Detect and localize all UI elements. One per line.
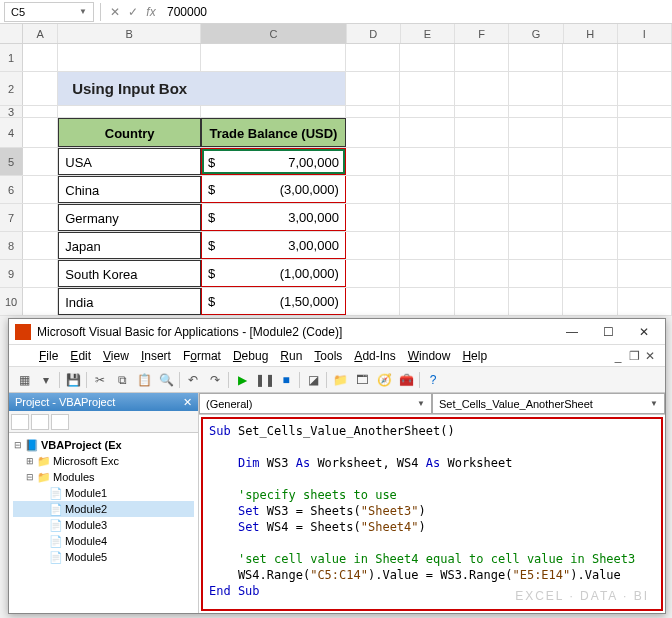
menu-help[interactable]: Help — [458, 349, 491, 363]
procedure-combo[interactable]: Set_Cells_Value_AnotherSheet▼ — [432, 393, 665, 414]
cell[interactable] — [400, 106, 454, 117]
cell[interactable] — [563, 72, 617, 105]
col-header-h[interactable]: H — [564, 24, 618, 43]
cell[interactable] — [58, 106, 201, 117]
cell[interactable] — [618, 118, 672, 147]
cell[interactable] — [509, 260, 563, 287]
cell-balance[interactable]: $(1,00,000) — [201, 260, 346, 287]
cell[interactable] — [509, 106, 563, 117]
col-header-c[interactable]: C — [201, 24, 346, 43]
menu-insert[interactable]: Insert — [137, 349, 175, 363]
cell[interactable] — [455, 44, 509, 71]
object-combo[interactable]: (General)▼ — [199, 393, 432, 414]
reset-icon[interactable]: ■ — [277, 371, 295, 389]
row-header[interactable]: 4 — [0, 118, 23, 147]
cell[interactable] — [618, 44, 672, 71]
name-box[interactable]: C5 ▼ — [4, 2, 94, 22]
title-cell[interactable] — [201, 72, 346, 105]
cell[interactable] — [618, 106, 672, 117]
collapse-icon[interactable]: ⊟ — [13, 437, 23, 453]
menu-run[interactable]: Run — [276, 349, 306, 363]
cell-country[interactable]: South Korea — [58, 260, 201, 287]
cell-balance[interactable]: $3,00,000 — [201, 204, 346, 231]
toggle-folders-icon[interactable] — [51, 414, 69, 430]
cell[interactable] — [455, 118, 509, 147]
fx-icon[interactable]: fx — [143, 5, 159, 19]
cell[interactable] — [618, 176, 672, 203]
cell[interactable] — [400, 72, 454, 105]
cell[interactable] — [346, 118, 400, 147]
tree-modules-folder[interactable]: Modules — [53, 469, 95, 485]
cell-country[interactable]: China — [58, 176, 201, 203]
row-header[interactable]: 1 — [0, 44, 23, 71]
object-browser-icon[interactable]: 🧭 — [375, 371, 393, 389]
menu-debug[interactable]: Debug — [229, 349, 272, 363]
cell-country[interactable]: India — [58, 288, 201, 315]
header-country[interactable]: Country — [58, 118, 201, 147]
cell[interactable] — [346, 44, 400, 71]
cell[interactable] — [563, 260, 617, 287]
cell[interactable] — [509, 204, 563, 231]
cell[interactable] — [400, 148, 454, 175]
menu-addins[interactable]: Add-Ins — [350, 349, 399, 363]
menu-edit[interactable]: Edit — [66, 349, 95, 363]
design-mode-icon[interactable]: ◪ — [304, 371, 322, 389]
cell[interactable] — [509, 148, 563, 175]
cell[interactable] — [563, 148, 617, 175]
row-header[interactable]: 3 — [0, 106, 23, 117]
view-code-icon[interactable] — [11, 414, 29, 430]
row-header[interactable]: 7 — [0, 204, 23, 231]
cell[interactable] — [23, 260, 58, 287]
cell[interactable] — [400, 260, 454, 287]
help-icon[interactable]: ? — [424, 371, 442, 389]
cell-country[interactable]: Germany — [58, 204, 201, 231]
cell[interactable] — [455, 260, 509, 287]
cell[interactable] — [509, 72, 563, 105]
project-explorer-icon[interactable]: 📁 — [331, 371, 349, 389]
close-icon[interactable]: ✕ — [183, 396, 192, 409]
menu-window[interactable]: Window — [404, 349, 455, 363]
cell[interactable] — [346, 288, 400, 315]
view-object-icon[interactable] — [31, 414, 49, 430]
code-text[interactable]: Sub Set_Cells_Value_AnotherSheet() Dim W… — [203, 419, 661, 603]
cell-country[interactable]: Japan — [58, 232, 201, 259]
title-cell[interactable]: Using Input Box — [58, 72, 201, 105]
cell[interactable] — [455, 232, 509, 259]
formula-input[interactable] — [161, 5, 668, 19]
cell[interactable] — [400, 118, 454, 147]
tree-module2[interactable]: Module2 — [65, 501, 107, 517]
row-header[interactable]: 10 — [0, 288, 23, 315]
mdi-restore-icon[interactable]: ❐ — [627, 349, 641, 363]
cell[interactable] — [400, 232, 454, 259]
vbe-titlebar[interactable]: Microsoft Visual Basic for Applications … — [9, 319, 665, 345]
collapse-icon[interactable]: ⊟ — [25, 469, 35, 485]
row-header[interactable]: 6 — [0, 176, 23, 203]
cell[interactable] — [23, 288, 58, 315]
run-icon[interactable]: ▶ — [233, 371, 251, 389]
cell[interactable] — [400, 44, 454, 71]
insert-module-icon[interactable]: ▾ — [37, 371, 55, 389]
view-excel-icon[interactable]: ▦ — [15, 371, 33, 389]
minimize-button[interactable]: — — [557, 325, 587, 339]
cell-balance[interactable]: $(1,50,000) — [201, 288, 346, 315]
cell[interactable] — [618, 72, 672, 105]
save-icon[interactable]: 💾 — [64, 371, 82, 389]
check-icon[interactable]: ✓ — [125, 5, 141, 19]
tree-module1[interactable]: Module1 — [65, 485, 107, 501]
cell-balance[interactable]: $(3,00,000) — [201, 176, 346, 203]
project-panel-title[interactable]: Project - VBAProject✕ — [9, 393, 198, 411]
col-header-i[interactable]: I — [618, 24, 672, 43]
tree-module3[interactable]: Module3 — [65, 517, 107, 533]
cell[interactable] — [563, 176, 617, 203]
cell[interactable] — [23, 118, 58, 147]
cell[interactable] — [201, 106, 346, 117]
tree-module5[interactable]: Module5 — [65, 549, 107, 565]
cell[interactable] — [509, 232, 563, 259]
cell[interactable] — [618, 232, 672, 259]
chevron-down-icon[interactable]: ▼ — [417, 399, 425, 408]
cell[interactable] — [23, 72, 58, 105]
cell[interactable] — [509, 176, 563, 203]
cell[interactable] — [563, 44, 617, 71]
copy-icon[interactable]: ⧉ — [113, 371, 131, 389]
cell[interactable] — [58, 44, 201, 71]
